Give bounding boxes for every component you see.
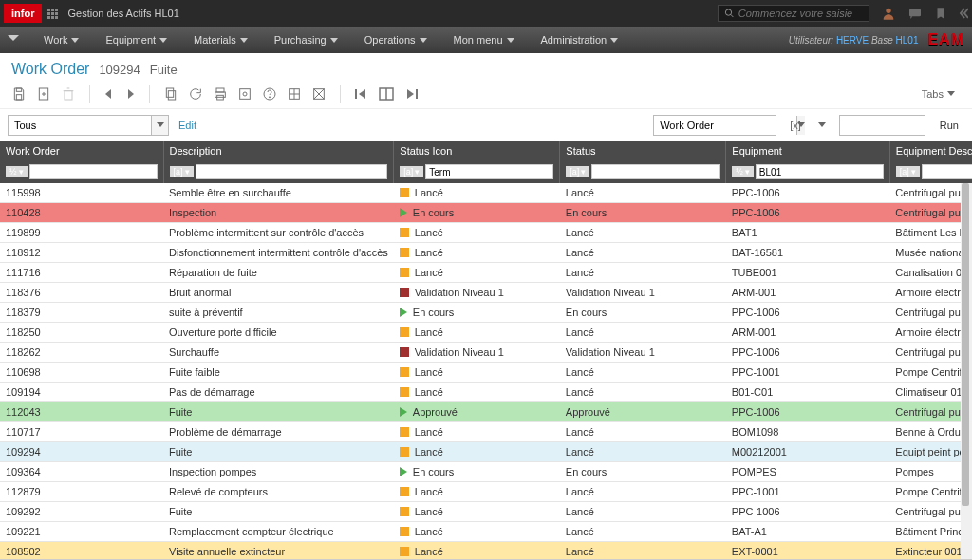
print-icon[interactable] <box>213 86 228 102</box>
chat-icon[interactable] <box>907 6 923 21</box>
last-panel-icon[interactable] <box>403 87 419 101</box>
status-square-icon <box>400 487 409 496</box>
bookmark-icon[interactable] <box>934 6 947 21</box>
user-icon[interactable] <box>881 6 896 21</box>
page-title: Work Order <box>11 61 89 78</box>
grid-icon[interactable] <box>287 86 302 102</box>
col-equipment[interactable]: Equipment <box>726 141 890 160</box>
filter-op-equip[interactable]: ½▾ <box>732 166 754 177</box>
cell-equipment-desc: Centrifugal pump - Tapflo CTDD-40- <box>889 343 972 363</box>
cell-status: Validation Niveau 1 <box>560 283 726 303</box>
entity-combo[interactable] <box>653 115 776 136</box>
menu-item-work[interactable]: Work <box>30 34 92 46</box>
help-icon[interactable] <box>262 86 277 102</box>
filter-op-desc[interactable]: [a]▾ <box>170 166 194 177</box>
copy-icon[interactable] <box>163 86 178 102</box>
col-work-order[interactable]: Work Order <box>0 141 163 160</box>
menu-handle-icon[interactable] <box>8 35 19 45</box>
search-input[interactable] <box>738 8 863 19</box>
filter-input-status[interactable] <box>591 164 720 179</box>
table-row[interactable]: 109294FuiteLancéLancéM00212001Equipt pei… <box>0 442 972 462</box>
table-row[interactable]: 118912Disfonctionnement intermittent con… <box>0 243 972 263</box>
table-row[interactable]: 112043FuiteApprouvéApprouvéPPC-1006Centr… <box>0 402 972 422</box>
table-row[interactable]: 118250Ouverture porte difficileLancéLanc… <box>0 323 972 343</box>
save-icon[interactable] <box>11 86 27 102</box>
svg-marker-10 <box>507 38 514 43</box>
entity-input[interactable] <box>654 116 796 135</box>
table-row[interactable]: 112879Relevé de compteursLancéLancéPPC-1… <box>0 482 972 502</box>
table-row[interactable]: 109292FuiteLancéLancéPPC-1006Centrifugal… <box>0 502 972 522</box>
cell-status-icon: Approuvé <box>394 402 560 422</box>
cell-equipment-desc: Canalisation 001 - Pipeline <box>889 263 972 283</box>
refresh-icon[interactable] <box>188 86 203 102</box>
table-row[interactable]: 110698Fuite faibleLancéLancéPPC-1001Pomp… <box>0 363 972 383</box>
status-square-icon <box>400 327 409 337</box>
prev-icon[interactable] <box>103 87 115 101</box>
table-row[interactable]: 111716Réparation de fuiteLancéLancéTUBE0… <box>0 263 972 283</box>
filter-input-sicon[interactable] <box>425 164 553 179</box>
cell-equipment: ARM-001 <box>726 283 890 303</box>
table-row[interactable]: 109364Inspection pompesEn coursEn coursP… <box>0 462 972 482</box>
menu-item-materials[interactable]: Materials <box>180 34 261 46</box>
vertical-scrollbar[interactable] <box>961 183 972 559</box>
cell-equipment-desc: Equipt peint pompe doseuse 2 sorties/2 p… <box>889 442 972 462</box>
table-row[interactable]: 110428InspectionEn coursEn coursPPC-1006… <box>0 203 972 223</box>
col-status-icon[interactable]: Status Icon <box>394 141 560 160</box>
col-description[interactable]: Description <box>163 141 394 160</box>
design-icon[interactable] <box>311 86 327 102</box>
reset-filter-icon[interactable]: [x] <box>786 120 805 131</box>
next-icon[interactable] <box>124 87 136 101</box>
table-row[interactable]: 118262SurchauffeValidation Niveau 1Valid… <box>0 343 972 363</box>
edit-filter-link[interactable]: Edit <box>178 120 196 131</box>
cell-wo: 108502 <box>0 542 163 560</box>
table-row[interactable]: 118379suite à préventifEn coursEn coursP… <box>0 303 972 323</box>
table-row[interactable]: 109194Pas de démarrageLancéLancéB01-C01C… <box>0 383 972 402</box>
table-row[interactable]: 115998Semble être en surchauffeLancéLanc… <box>0 183 972 203</box>
menu-item-mon-menu[interactable]: Mon menu <box>440 34 528 46</box>
first-panel-icon[interactable] <box>354 87 369 101</box>
table-row[interactable]: 110717Problème de démarrageLancéLancéBOM… <box>0 422 972 442</box>
cell-wo: 112043 <box>0 402 163 422</box>
apps-icon[interactable] <box>47 9 58 19</box>
cell-wo: 112879 <box>0 482 163 502</box>
collapse-icon[interactable] <box>959 7 968 20</box>
filter-chevron-down-icon[interactable] <box>814 122 830 128</box>
svg-point-28 <box>243 92 247 96</box>
delete-icon[interactable] <box>61 86 76 102</box>
filter-op-edesc[interactable]: [a]▾ <box>896 166 920 177</box>
table-row[interactable]: 109221Remplacement compteur électriqueLa… <box>0 522 972 542</box>
filter-op-status[interactable]: [a]▾ <box>566 166 589 177</box>
filter-op-sicon[interactable]: [a]▾ <box>400 166 423 177</box>
global-search[interactable] <box>718 5 869 22</box>
status-square-icon <box>400 427 409 437</box>
table-row[interactable]: 108502Visite annuelle extincteurLancéLan… <box>0 542 972 560</box>
col-status[interactable]: Status <box>560 141 726 160</box>
table-row[interactable]: 118376Bruit anormalValidation Niveau 1Va… <box>0 283 972 303</box>
filter-input-equip[interactable] <box>756 164 884 179</box>
filter-input-edesc[interactable] <box>922 164 972 179</box>
cell-desc: suite à préventif <box>163 303 394 323</box>
preview-icon[interactable] <box>237 86 252 102</box>
filter-op-wo[interactable]: ½▾ <box>6 166 28 177</box>
cell-desc: Disfonctionnement intermittent contrôle … <box>163 243 394 263</box>
col-equipment-desc[interactable]: Equipment Description <box>889 141 972 160</box>
cell-desc: Réparation de fuite <box>163 263 394 283</box>
filter-input-desc[interactable] <box>196 164 388 179</box>
search-icon <box>724 8 735 19</box>
run-button[interactable]: Run <box>934 120 964 131</box>
menu-item-equipment[interactable]: Equipment <box>92 34 180 46</box>
cell-equipment: BAT1 <box>726 223 890 243</box>
menu-item-operations[interactable]: Operations <box>351 34 440 46</box>
table-row[interactable]: 119899Problème intermittent sur contrôle… <box>0 223 972 243</box>
new-icon[interactable] <box>36 86 51 102</box>
infor-logo[interactable]: infor <box>4 4 42 23</box>
scope-combo[interactable] <box>8 115 169 136</box>
filter-input-wo[interactable] <box>29 164 158 179</box>
quicksearch-combo[interactable] <box>839 115 925 136</box>
chevron-down-icon[interactable] <box>151 116 168 135</box>
menu-item-purchasing[interactable]: Purchasing <box>261 34 351 46</box>
menu-item-administration[interactable]: Administration <box>528 34 632 46</box>
split-panel-icon[interactable] <box>379 87 394 101</box>
scope-input[interactable] <box>9 116 151 135</box>
tabs-dropdown[interactable]: Tabs <box>922 88 961 100</box>
